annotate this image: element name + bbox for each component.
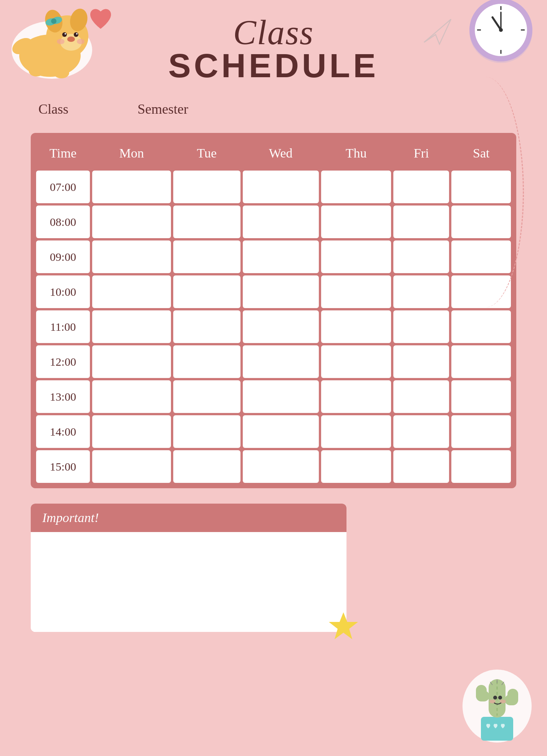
table-row: 09:00	[36, 240, 511, 273]
schedule-cell[interactable]	[393, 275, 449, 308]
schedule-cell[interactable]	[393, 450, 449, 483]
semester-label: Semester	[138, 101, 188, 117]
star-decoration	[328, 610, 359, 643]
cactus-decoration	[459, 645, 535, 741]
time-cell: 15:00	[36, 450, 90, 483]
col-time: Time	[36, 138, 90, 168]
schedule-cell[interactable]	[321, 240, 391, 273]
time-cell: 14:00	[36, 415, 90, 448]
important-header: Important!	[31, 504, 346, 532]
schedule-cell[interactable]	[243, 450, 319, 483]
schedule-cell[interactable]	[393, 310, 449, 343]
page: Class SCHEDULE Class Semester Time Mon T…	[0, 0, 547, 756]
col-mon: Mon	[92, 138, 171, 168]
class-field-group: Class	[38, 101, 76, 118]
table-row: 10:00	[36, 275, 511, 308]
table-row: 08:00	[36, 206, 511, 238]
schedule-cell[interactable]	[321, 310, 391, 343]
schedule-cell[interactable]	[92, 415, 171, 448]
svg-marker-32	[329, 612, 358, 639]
schedule-cell[interactable]	[173, 380, 240, 413]
schedule-cell[interactable]	[393, 380, 449, 413]
schedule-cell[interactable]	[92, 171, 171, 203]
table-row: 12:00	[36, 345, 511, 378]
svg-point-41	[493, 696, 497, 700]
schedule-cell[interactable]	[321, 415, 391, 448]
schedule-cell[interactable]	[243, 171, 319, 203]
col-fri: Fri	[393, 138, 449, 168]
col-wed: Wed	[243, 138, 319, 168]
svg-rect-34	[481, 717, 513, 741]
table-row: 07:00	[36, 171, 511, 203]
schedule-cell[interactable]	[451, 310, 511, 343]
schedule-cell[interactable]	[173, 415, 240, 448]
schedule-cell[interactable]	[451, 380, 511, 413]
schedule-cell[interactable]	[173, 206, 240, 238]
schedule-cell[interactable]	[92, 345, 171, 378]
time-cell: 11:00	[36, 310, 90, 343]
schedule-cell[interactable]	[321, 275, 391, 308]
schedule-cell[interactable]	[321, 345, 391, 378]
schedule-cell[interactable]	[393, 171, 449, 203]
time-cell: 08:00	[36, 206, 90, 238]
table-row: 15:00	[36, 450, 511, 483]
schedule-cell[interactable]	[243, 206, 319, 238]
schedule-cell[interactable]	[173, 450, 240, 483]
svg-point-42	[498, 696, 502, 700]
dashed-curve-decoration	[447, 77, 524, 307]
schedule-cell[interactable]	[393, 415, 449, 448]
schedule-cell[interactable]	[243, 380, 319, 413]
schedule-cell[interactable]	[173, 240, 240, 273]
semester-field-group: Semester	[138, 101, 196, 118]
schedule-cell[interactable]	[173, 310, 240, 343]
important-body[interactable]	[31, 532, 346, 632]
title-schedule: SCHEDULE	[31, 46, 516, 85]
col-thu: Thu	[321, 138, 391, 168]
table-row: 14:00	[36, 415, 511, 448]
page-header: Class SCHEDULE	[31, 15, 516, 85]
schedule-cell[interactable]	[173, 171, 240, 203]
col-tue: Tue	[173, 138, 240, 168]
schedule-cell[interactable]	[393, 240, 449, 273]
schedule-cell[interactable]	[243, 415, 319, 448]
schedule-cell[interactable]	[451, 345, 511, 378]
table-row: 13:00	[36, 380, 511, 413]
schedule-cell[interactable]	[173, 345, 240, 378]
schedule-cell[interactable]	[92, 275, 171, 308]
important-section: Important!	[31, 504, 346, 632]
schedule-cell[interactable]	[321, 171, 391, 203]
schedule-cell[interactable]	[92, 310, 171, 343]
time-cell: 07:00	[36, 171, 90, 203]
schedule-cell[interactable]	[92, 380, 171, 413]
schedule-cell[interactable]	[92, 240, 171, 273]
schedule-cell[interactable]	[321, 206, 391, 238]
title-class: Class	[31, 15, 516, 50]
table-row: 11:00	[36, 310, 511, 343]
schedule-table: Time Mon Tue Wed Thu Fri Sat 07:0008:000…	[34, 136, 513, 485]
schedule-cell[interactable]	[243, 345, 319, 378]
time-cell: 10:00	[36, 275, 90, 308]
schedule-cell[interactable]	[173, 275, 240, 308]
schedule-cell[interactable]	[393, 206, 449, 238]
schedule-cell[interactable]	[243, 310, 319, 343]
class-label: Class	[38, 101, 68, 117]
schedule-cell[interactable]	[451, 415, 511, 448]
time-cell: 09:00	[36, 240, 90, 273]
schedule-cell[interactable]	[243, 275, 319, 308]
fields-row: Class Semester	[31, 101, 516, 118]
schedule-cell[interactable]	[321, 450, 391, 483]
schedule-container: Time Mon Tue Wed Thu Fri Sat 07:0008:000…	[31, 133, 516, 488]
schedule-cell[interactable]	[243, 240, 319, 273]
schedule-cell[interactable]	[451, 450, 511, 483]
schedule-cell[interactable]	[321, 380, 391, 413]
time-cell: 13:00	[36, 380, 90, 413]
schedule-cell[interactable]	[92, 450, 171, 483]
svg-rect-37	[476, 685, 487, 700]
schedule-cell[interactable]	[393, 345, 449, 378]
svg-rect-39	[507, 689, 518, 704]
table-header-row: Time Mon Tue Wed Thu Fri Sat	[36, 138, 511, 168]
schedule-cell[interactable]	[92, 206, 171, 238]
time-cell: 12:00	[36, 345, 90, 378]
